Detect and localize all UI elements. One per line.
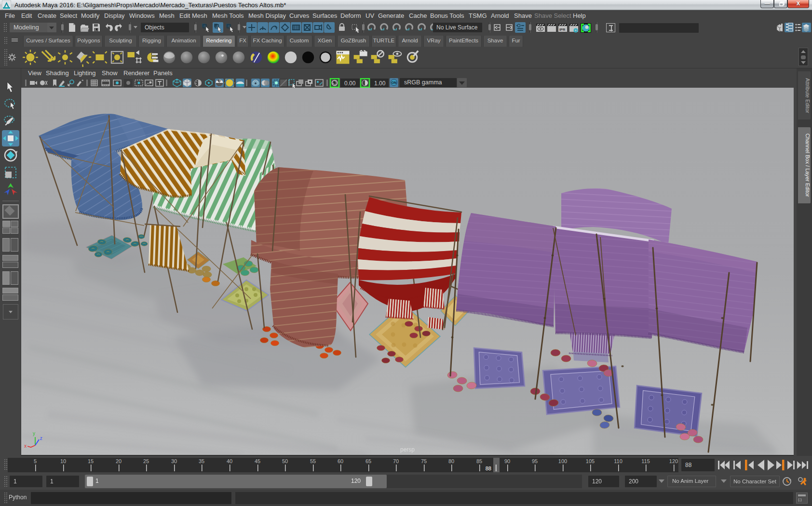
svg-text:115: 115 bbox=[641, 458, 650, 464]
svg-text:88: 88 bbox=[486, 466, 491, 471]
svg-text:50: 50 bbox=[282, 458, 288, 464]
svg-text:105: 105 bbox=[586, 458, 595, 464]
svg-text:90: 90 bbox=[504, 458, 510, 464]
svg-text:z: z bbox=[40, 436, 42, 441]
svg-text:20: 20 bbox=[116, 458, 122, 464]
svg-text:75: 75 bbox=[421, 458, 427, 464]
svg-text:40: 40 bbox=[227, 458, 232, 464]
svg-text:1.00: 1.00 bbox=[374, 80, 386, 87]
svg-text:25: 25 bbox=[143, 458, 149, 464]
svg-text:80: 80 bbox=[448, 458, 454, 464]
svg-text:10: 10 bbox=[60, 458, 66, 464]
svg-text:y: y bbox=[33, 431, 35, 436]
svg-text:85: 85 bbox=[476, 458, 482, 464]
svg-text:45: 45 bbox=[255, 458, 260, 464]
svg-text:55: 55 bbox=[310, 458, 316, 464]
svg-text:0.00: 0.00 bbox=[344, 80, 356, 87]
svg-text:5: 5 bbox=[34, 458, 37, 464]
svg-text:70: 70 bbox=[393, 458, 399, 464]
svg-text:x: x bbox=[24, 443, 27, 449]
svg-text:65: 65 bbox=[365, 458, 371, 464]
svg-text:100: 100 bbox=[558, 458, 567, 464]
svg-text:95: 95 bbox=[532, 458, 538, 464]
svg-text:30: 30 bbox=[171, 458, 177, 464]
svg-text:IPR: IPR bbox=[559, 27, 566, 32]
svg-text:120: 120 bbox=[669, 458, 678, 464]
svg-text:persp: persp bbox=[400, 446, 415, 453]
svg-text:15: 15 bbox=[88, 458, 94, 464]
svg-text:60: 60 bbox=[338, 458, 343, 464]
svg-text:35: 35 bbox=[199, 458, 204, 464]
svg-text:110: 110 bbox=[614, 458, 623, 464]
